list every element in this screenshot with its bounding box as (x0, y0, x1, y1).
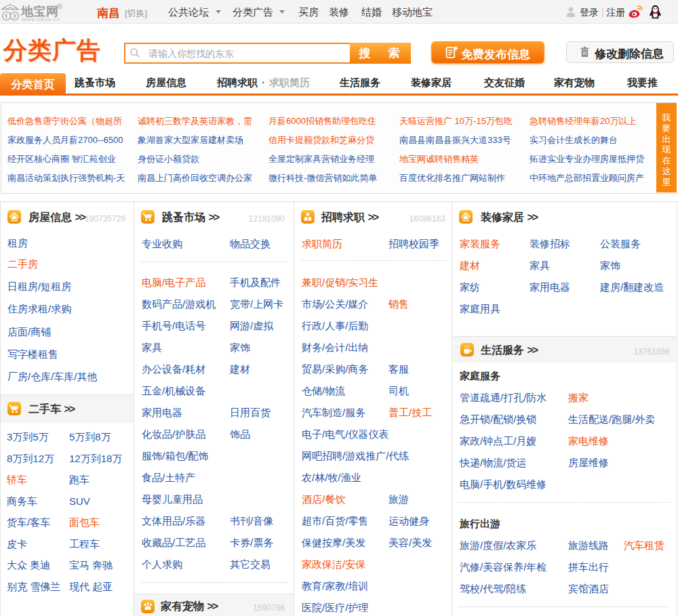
svg-text:www.tiboo.cn: www.tiboo.cn (21, 16, 60, 22)
svg-text:R: R (58, 4, 62, 9)
